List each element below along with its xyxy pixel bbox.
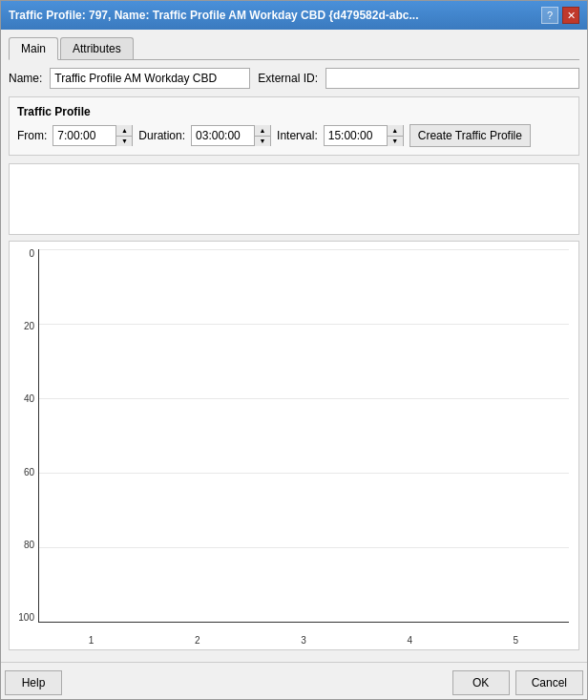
footer-left: Help [5,670,62,695]
y-label-0: 0 [29,249,34,259]
duration-up-button[interactable]: ▲ [255,125,270,137]
name-label: Name: [9,72,42,85]
x-label-2: 2 [195,635,200,646]
x-label-1: 1 [89,635,94,646]
section-title: Traffic Profile [17,105,571,118]
external-id-label: External ID: [258,72,318,85]
duration-spinner-buttons: ▲ ▼ [254,125,270,146]
chart-area: 100 80 60 40 20 0 1 2 3 4 [9,241,579,650]
duration-down-button[interactable]: ▼ [255,137,270,147]
y-axis: 100 80 60 40 20 0 [10,249,38,623]
external-id-input[interactable] [326,68,579,89]
grid-line-100 [39,249,569,250]
grid-line-80 [39,324,569,325]
interval-up-button[interactable]: ▲ [388,125,403,137]
duration-label: Duration: [138,129,185,142]
name-row: Name: External ID: [9,68,579,89]
ok-button[interactable]: OK [452,670,510,695]
window-content: Main Attributes Name: External ID: Traff… [1,30,587,658]
footer-right: OK Cancel [452,670,583,695]
footer: Help OK Cancel [1,662,587,699]
name-input[interactable] [50,68,250,89]
grid-line-40 [39,473,569,474]
x-label-5: 5 [514,635,519,646]
window-title: Traffic Profile: 797, Name: Traffic Prof… [9,9,541,22]
text-area-box[interactable] [9,163,579,235]
y-label-20: 20 [24,322,34,331]
x-axis: 1 2 3 4 5 [38,635,569,646]
interval-spinner: ▲ ▼ [324,125,404,146]
cancel-button[interactable]: Cancel [515,670,583,695]
traffic-controls-row: From: ▲ ▼ Duration: ▲ ▼ [17,124,571,147]
tab-attributes[interactable]: Attributes [60,37,134,59]
from-up-button[interactable]: ▲ [116,125,132,137]
interval-spinner-buttons: ▲ ▼ [387,125,403,146]
traffic-profile-section: Traffic Profile From: ▲ ▼ Duration: ▲ [9,96,579,156]
grid-line-20 [39,547,569,548]
interval-label: Interval: [277,129,318,142]
duration-spinner: ▲ ▼ [191,125,271,146]
title-bar: Traffic Profile: 797, Name: Traffic Prof… [1,1,587,30]
tab-bar: Main Attributes [9,37,579,60]
y-label-100: 100 [18,613,34,623]
x-label-3: 3 [301,635,306,646]
duration-input[interactable] [192,126,254,145]
interval-down-button[interactable]: ▼ [388,137,403,147]
chart-plot [38,249,569,623]
from-down-button[interactable]: ▼ [116,137,132,147]
x-label-4: 4 [407,635,412,646]
interval-input[interactable] [325,126,387,145]
from-spinner-buttons: ▲ ▼ [116,125,132,146]
y-label-60: 60 [24,468,34,477]
from-input[interactable] [53,126,116,145]
from-spinner: ▲ ▼ [52,125,133,146]
close-button[interactable]: ✕ [562,7,579,24]
create-traffic-profile-button[interactable]: Create Traffic Profile [410,124,531,147]
title-bar-buttons: ? ✕ [541,7,579,24]
help-icon-button[interactable]: ? [541,7,558,24]
tab-main[interactable]: Main [9,37,58,60]
main-window: Traffic Profile: 797, Name: Traffic Prof… [0,0,588,700]
grid-line-60 [39,398,569,399]
from-label: From: [17,129,47,142]
help-button[interactable]: Help [5,670,62,695]
y-label-40: 40 [24,394,34,404]
y-label-80: 80 [24,541,34,550]
